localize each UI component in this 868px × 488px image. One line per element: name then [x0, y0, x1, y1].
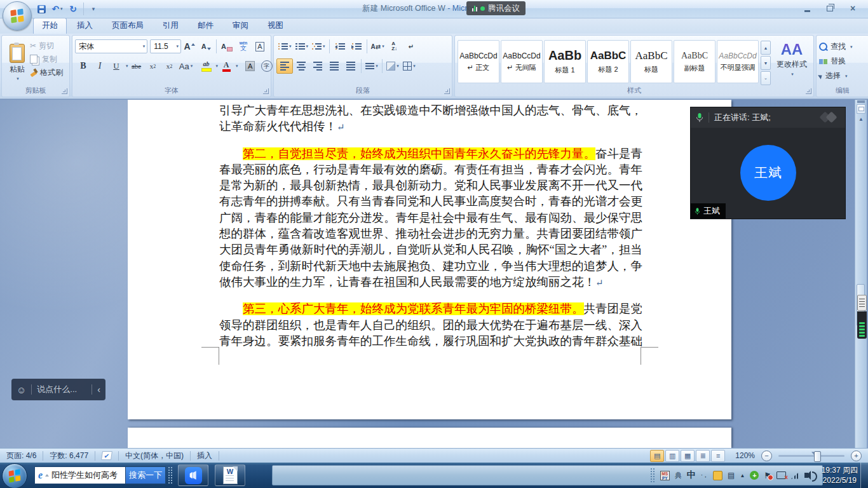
- scroll-up-button[interactable]: ▲: [855, 115, 867, 123]
- restore-button[interactable]: [821, 3, 839, 14]
- style-不明显强调[interactable]: AaBbCcDd不明显强调: [717, 40, 759, 83]
- ruler-toggle-button[interactable]: [857, 104, 865, 114]
- ime-chinese-icon[interactable]: 中: [687, 470, 696, 481]
- qat-customize-button[interactable]: ▾: [83, 3, 99, 15]
- start-button[interactable]: [2, 463, 27, 488]
- cut-button[interactable]: ✂剪切: [30, 40, 63, 51]
- view-button-outline[interactable]: ≣: [696, 450, 710, 462]
- align-left-button[interactable]: [276, 58, 293, 74]
- show-hidden-icons-button[interactable]: ▲: [740, 473, 745, 478]
- font-size-combo[interactable]: 11.5▾: [150, 39, 181, 53]
- view-button-web-layout[interactable]: ▦: [681, 450, 695, 462]
- increase-indent-button[interactable]: [348, 39, 365, 54]
- underline-button[interactable]: U: [108, 58, 125, 74]
- bold-button[interactable]: B: [75, 58, 92, 74]
- device-error-icon[interactable]: [776, 471, 786, 479]
- sort-button[interactable]: AZ↓: [386, 39, 403, 54]
- close-button[interactable]: ×: [844, 3, 862, 14]
- search-go-button[interactable]: 搜索一下: [126, 466, 166, 484]
- align-center-button[interactable]: [293, 58, 309, 74]
- emoji-icon[interactable]: ☺: [17, 385, 26, 395]
- taskbar-word-document-button[interactable]: W: [215, 464, 245, 486]
- spellcheck-status[interactable]: ✔: [95, 451, 119, 461]
- next-page-top[interactable]: [128, 428, 731, 448]
- format-painter-button[interactable]: 格式刷: [30, 67, 63, 78]
- clear-formatting-button[interactable]: A: [219, 39, 235, 54]
- styles-scroll-up-button[interactable]: ▲: [761, 41, 771, 55]
- word-count[interactable]: 字数: 6,477: [43, 451, 95, 461]
- style-标题2[interactable]: AaBbC标题 2: [587, 40, 629, 83]
- change-styles-button[interactable]: AA 更改样式 ▾: [773, 38, 811, 77]
- search-query-text[interactable]: 阳性学生如何高考: [51, 470, 118, 481]
- vertical-scrollbar[interactable]: ▲: [855, 100, 867, 448]
- select-button[interactable]: 选择▾: [819, 70, 866, 82]
- tab-页面布局[interactable]: 页面布局: [103, 18, 153, 34]
- zoom-slider[interactable]: [778, 455, 844, 457]
- meeting-panel[interactable]: 正在讲话: 王斌; 王斌 王斌: [690, 107, 846, 219]
- style-副标题[interactable]: AaBbC副标题: [674, 40, 715, 83]
- undo-button[interactable]: ↶▾: [51, 3, 63, 15]
- tray-document-icon[interactable]: ▤: [728, 471, 735, 480]
- asian-layout-button[interactable]: A⇄▾: [369, 39, 386, 54]
- font-name-combo[interactable]: 宋体▾: [75, 39, 147, 53]
- styles-more-button[interactable]: ⌄: [761, 71, 771, 85]
- zoom-out-button[interactable]: −: [761, 451, 772, 461]
- page-indicator[interactable]: 页面: 4/6: [0, 451, 43, 461]
- view-button-print-layout[interactable]: ▤: [650, 450, 664, 462]
- decrease-indent-button[interactable]: [332, 39, 348, 54]
- font-color-button[interactable]: A: [218, 58, 234, 74]
- tab-插入[interactable]: 插入: [68, 18, 102, 34]
- find-button[interactable]: 查找▾: [819, 41, 866, 53]
- dialog-launcher-icon[interactable]: [62, 88, 67, 94]
- taskbar-clock[interactable]: 19:37 周四 2022/5/19: [822, 465, 858, 485]
- grow-font-button[interactable]: A: [181, 39, 198, 54]
- styles-scroll-down-button[interactable]: ▼: [761, 56, 771, 70]
- change-case-button[interactable]: Aa▾: [178, 58, 194, 74]
- superscript-button[interactable]: x2: [161, 58, 178, 74]
- subscript-button[interactable]: x2: [145, 58, 161, 74]
- split-handle[interactable]: [857, 100, 865, 103]
- search-input[interactable]: e 阳性学生如何高考: [34, 466, 126, 484]
- tab-邮件[interactable]: 邮件: [189, 18, 222, 34]
- shrink-font-button[interactable]: A: [198, 39, 214, 54]
- tray-app-icon[interactable]: [713, 471, 722, 480]
- action-center-icon[interactable]: ⚑: [764, 471, 771, 480]
- zoom-level[interactable]: 120%: [735, 451, 755, 460]
- show-desktop-button[interactable]: [860, 463, 868, 488]
- minimize-button[interactable]: [798, 3, 816, 14]
- zoom-slider-thumb[interactable]: [814, 451, 821, 462]
- tab-视图[interactable]: 视图: [259, 18, 292, 34]
- style-正文[interactable]: AaBbCcDd↵ 正文: [458, 40, 499, 83]
- distributed-button[interactable]: [342, 58, 359, 74]
- chat-placeholder[interactable]: 说点什么...: [37, 384, 86, 395]
- meeting-chat-bubble[interactable]: ☺ 说点什么... ‹: [11, 379, 105, 400]
- tab-开始[interactable]: 开始: [33, 18, 67, 34]
- character-shading-button[interactable]: A: [242, 58, 259, 74]
- dialog-launcher-icon[interactable]: [806, 88, 811, 94]
- view-button-full-screen-reading[interactable]: ▥: [665, 450, 679, 462]
- document-page[interactable]: 引导广大青年在思想洗礼、在实践锻造中不断增强做中国人的志气、骨气、底气，让革命薪…: [128, 100, 731, 419]
- character-border-button[interactable]: A: [252, 39, 268, 54]
- phonetic-guide-button[interactable]: wén文: [235, 39, 252, 54]
- tray-antivirus-icon[interactable]: +: [750, 471, 759, 480]
- ime-punctuation-icon[interactable]: ·，: [701, 471, 708, 480]
- numbering-button[interactable]: ▾: [294, 39, 311, 54]
- italic-button[interactable]: I: [92, 58, 108, 74]
- language-indicator[interactable]: 中文(简体，中国): [119, 451, 191, 461]
- signal-strength-icon[interactable]: [791, 472, 799, 479]
- save-button[interactable]: [36, 3, 47, 15]
- dialog-launcher-icon[interactable]: [444, 88, 450, 94]
- insert-mode-indicator[interactable]: 插入: [191, 451, 219, 461]
- line-spacing-button[interactable]: ▾: [363, 58, 380, 74]
- style-无间隔[interactable]: AaBbCcDd↵ 无间隔: [501, 40, 543, 83]
- tab-审阅[interactable]: 审阅: [224, 18, 257, 34]
- style-标题1[interactable]: AaBb标题 1: [544, 40, 586, 83]
- dialog-launcher-icon[interactable]: [263, 88, 269, 94]
- taskbar-meeting-app-button[interactable]: [178, 464, 208, 486]
- document-text[interactable]: 引导广大青年在思想洗礼、在实践锻造中不断增强做中国人的志气、骨气、底气，让革命薪…: [219, 103, 642, 349]
- volume-icon[interactable]: [804, 473, 808, 478]
- replace-button[interactable]: 替换: [819, 55, 866, 67]
- redo-button[interactable]: ↻: [67, 3, 79, 15]
- strikethrough-button[interactable]: abe: [128, 58, 145, 74]
- text-highlight-button[interactable]: ab: [198, 58, 215, 74]
